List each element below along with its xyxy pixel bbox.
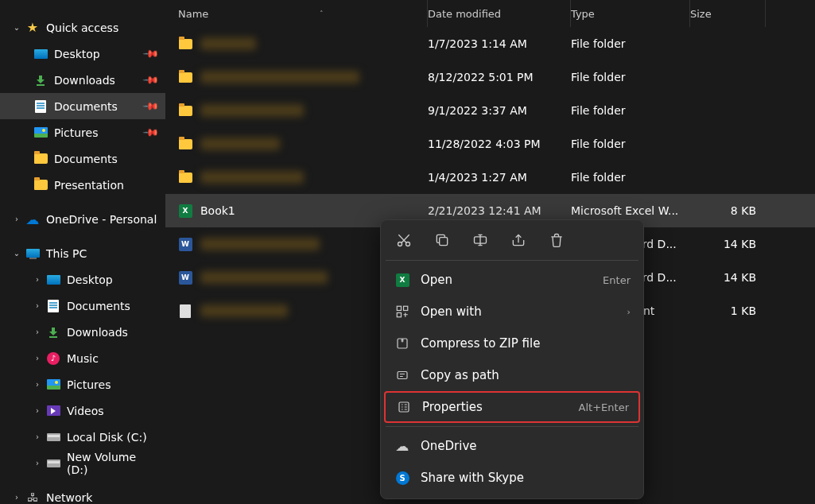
folder-icon: [178, 103, 192, 118]
file-date: 2/21/2023 12:41 AM: [428, 204, 571, 217]
properties-icon: [395, 400, 413, 414]
sidebar-item-pc-desktop[interactable]: › Desktop: [0, 266, 165, 293]
file-row[interactable]: 11/28/2022 4:03 PMFile folder: [165, 127, 815, 161]
menu-item-copy-as-path[interactable]: Copy as path: [384, 359, 640, 391]
svg-rect-6: [397, 313, 401, 317]
sidebar-item-presentation[interactable]: Presentation: [0, 172, 165, 198]
sidebar-item-pictures[interactable]: Pictures 📌: [0, 119, 165, 145]
file-row[interactable]: 1/4/2023 1:27 AMFile folder: [165, 161, 815, 194]
menu-item-open[interactable]: X Open Enter: [384, 264, 640, 296]
chevron-right-icon: ›: [32, 328, 43, 336]
file-size: 1 KB: [690, 304, 766, 317]
menu-item-share-skype[interactable]: S Share with Skype: [384, 462, 640, 494]
star-icon: ★: [25, 21, 40, 35]
folder-icon: [178, 70, 192, 84]
chevron-right-icon: ›: [11, 493, 22, 502]
file-date: 1/7/2023 1:14 AM: [428, 37, 571, 50]
disk-icon: [46, 456, 60, 471]
sidebar-item-label: Documents: [54, 153, 157, 165]
file-name-redacted: [200, 271, 328, 284]
file-size: 14 KB: [690, 238, 766, 250]
download-icon: [46, 325, 60, 339]
pin-icon: 📌: [142, 124, 160, 142]
pin-icon: 📌: [142, 72, 160, 89]
desktop-icon: [46, 273, 60, 287]
sidebar-item-this-pc[interactable]: ⌄ This PC: [0, 240, 165, 266]
chevron-right-icon: ›: [32, 406, 43, 415]
divider: [386, 260, 638, 261]
file-name-redacted: [200, 71, 359, 83]
network-icon: 🖧: [25, 490, 40, 505]
txt-icon: [178, 304, 192, 318]
chevron-right-icon: ›: [32, 301, 43, 310]
sidebar-item-pc-music[interactable]: › ♪ Music: [0, 345, 165, 371]
menu-item-onedrive[interactable]: ☁ OneDrive: [384, 430, 640, 462]
shortcut-hint: Alt+Enter: [579, 401, 629, 413]
shortcut-hint: Enter: [603, 274, 631, 286]
document-icon: [33, 99, 48, 114]
menu-item-open-with[interactable]: Open with ›: [384, 296, 640, 328]
sidebar-item-label: Desktop: [54, 48, 145, 60]
file-row[interactable]: 8/12/2022 5:01 PMFile folder: [165, 60, 815, 94]
column-header-name[interactable]: Name ˄: [165, 0, 428, 27]
file-name-redacted: [200, 238, 320, 250]
cut-icon[interactable]: [395, 231, 413, 249]
desktop-icon: [33, 47, 48, 61]
cloud-icon: ☁: [25, 212, 40, 227]
copy-icon[interactable]: [433, 231, 451, 249]
word-icon: W: [178, 237, 192, 251]
sidebar-item-pc-documents[interactable]: › Documents: [0, 293, 165, 319]
excel-icon: X: [394, 273, 411, 287]
svg-point-1: [406, 242, 410, 246]
file-row[interactable]: 9/1/2022 3:37 AMFile folder: [165, 94, 815, 127]
column-header-date[interactable]: Date modified: [428, 0, 571, 27]
chevron-right-icon: ›: [32, 275, 43, 284]
folder-icon: [178, 37, 192, 51]
sort-ascending-icon: ˄: [320, 10, 323, 17]
file-type: File folder: [571, 171, 690, 184]
pc-icon: [25, 246, 40, 261]
sidebar-item-label: Pictures: [67, 378, 157, 391]
pin-icon: 📌: [142, 98, 160, 115]
file-row[interactable]: 1/7/2023 1:14 AMFile folder: [165, 27, 815, 60]
sidebar-item-label: OneDrive - Personal: [46, 213, 157, 226]
column-header-type[interactable]: Type: [571, 0, 690, 27]
file-type: File folder: [571, 37, 690, 50]
sidebar-item-network[interactable]: › 🖧 Network: [0, 484, 165, 504]
skype-icon: S: [394, 471, 411, 485]
svg-rect-9: [399, 402, 409, 412]
sidebar-item-pc-pictures[interactable]: › Pictures: [0, 371, 165, 397]
sidebar-item-label: Videos: [67, 405, 157, 417]
sidebar-item-documents-folder[interactable]: Documents: [0, 145, 165, 172]
pictures-icon: [33, 126, 48, 140]
file-name-redacted: [200, 138, 280, 150]
videos-icon: [46, 404, 60, 418]
sidebar-item-local-disk-c[interactable]: › Local Disk (C:): [0, 424, 165, 450]
folder-icon: [178, 137, 192, 151]
divider: [386, 426, 638, 427]
delete-icon[interactable]: [548, 231, 565, 249]
menu-item-compress-zip[interactable]: Compress to ZIP file: [384, 328, 640, 359]
rename-icon[interactable]: [472, 231, 489, 249]
file-date: 8/12/2022 5:01 PM: [428, 71, 571, 83]
sidebar-item-onedrive[interactable]: › ☁ OneDrive - Personal: [0, 206, 165, 232]
chevron-right-icon: ›: [627, 307, 631, 317]
folder-icon: [33, 178, 48, 192]
sidebar-item-pc-videos[interactable]: › Videos: [0, 397, 165, 424]
column-header-size[interactable]: Size: [690, 0, 766, 27]
menu-item-properties[interactable]: Properties Alt+Enter: [384, 391, 640, 423]
sidebar-item-new-volume-d[interactable]: › New Volume (D:): [0, 450, 165, 476]
chevron-right-icon: ›: [32, 354, 43, 362]
share-icon[interactable]: [510, 231, 527, 249]
file-date: 9/1/2022 3:37 AM: [428, 104, 571, 117]
sidebar-item-quick-access[interactable]: ⌄ ★ Quick access: [0, 14, 165, 41]
chevron-right-icon: ›: [11, 215, 22, 223]
sidebar-item-pc-downloads[interactable]: › Downloads: [0, 319, 165, 345]
context-menu: X Open Enter Open with › Compress to ZIP…: [380, 219, 644, 499]
file-type: File folder: [571, 138, 690, 150]
document-icon: [46, 299, 60, 313]
sidebar-item-documents[interactable]: Documents 📌: [0, 93, 165, 119]
folder-icon: [178, 170, 192, 184]
sidebar-item-downloads[interactable]: Downloads 📌: [0, 67, 165, 93]
sidebar-item-desktop[interactable]: Desktop 📌: [0, 41, 165, 67]
